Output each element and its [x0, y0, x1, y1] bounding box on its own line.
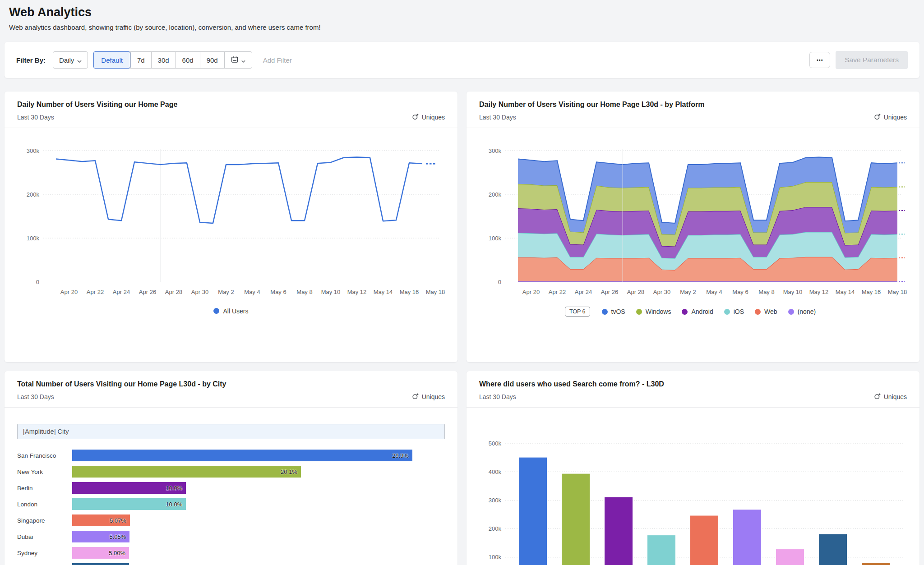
city-bar[interactable]: 10.0% [72, 498, 186, 510]
add-filter-button[interactable]: Add Filter [263, 56, 292, 64]
svg-text:May 10: May 10 [783, 289, 803, 295]
city-bar[interactable]: 10.0% [72, 482, 186, 494]
svg-text:May 14: May 14 [836, 289, 855, 295]
group-by-city-input[interactable] [17, 424, 445, 439]
filter-by-label: Filter By: [16, 56, 46, 64]
card-body: San Francisco29.9%New York20.1%Berlin10.… [5, 408, 457, 565]
svg-text:May 18: May 18 [426, 289, 445, 295]
card-body: 100k200k300k400k500k [467, 408, 919, 565]
card-title: Daily Number of Users Visiting our Home … [17, 101, 445, 109]
svg-text:May 16: May 16 [400, 289, 419, 295]
legend-label: Web [764, 308, 777, 315]
card-title: Daily Number of Users Visiting our Home … [479, 101, 907, 109]
svg-text:May 8: May 8 [758, 289, 774, 295]
legend-item[interactable]: iOS [724, 308, 744, 315]
uniques-icon [412, 113, 419, 121]
card-header: Daily Number of Users Visiting our Home … [467, 92, 919, 128]
city-value-label: 5.05% [109, 533, 129, 540]
legend-item[interactable]: Windows [636, 308, 671, 315]
range-7d-button[interactable]: 7d [130, 52, 151, 68]
city-value-label: 29.9% [392, 452, 412, 459]
bar[interactable] [819, 534, 847, 565]
svg-text:May 6: May 6 [270, 289, 286, 295]
city-bar-track: 5.00% [72, 547, 445, 559]
legend-label: iOS [734, 308, 744, 315]
uniques-badge[interactable]: Uniques [412, 113, 445, 121]
uniques-badge[interactable]: Uniques [412, 393, 445, 401]
uniques-label: Uniques [422, 114, 445, 121]
city-bar[interactable]: 5.05% [72, 531, 129, 542]
line-chart[interactable]: 0100k200k300kApr 20Apr 22Apr 24Apr 26Apr… [17, 141, 445, 299]
city-bar[interactable]: 4.99% [72, 563, 129, 565]
svg-text:300k: 300k [489, 147, 502, 154]
bar[interactable] [862, 563, 890, 565]
legend-item[interactable]: All Users [213, 308, 248, 315]
range-30d-button[interactable]: 30d [151, 52, 176, 68]
card-users-by-platform: Daily Number of Users Visiting our Home … [467, 92, 919, 362]
bar[interactable] [776, 549, 804, 565]
svg-text:200k: 200k [489, 525, 502, 532]
legend-label: Windows [646, 308, 671, 315]
city-value-label: 10.0% [166, 501, 186, 508]
svg-text:Apr 20: Apr 20 [60, 289, 78, 295]
granularity-dropdown[interactable]: Daily [53, 51, 88, 69]
card-range-label: Last 30 Days [479, 393, 516, 400]
chevron-down-icon [241, 56, 245, 64]
svg-text:Apr 26: Apr 26 [139, 289, 156, 295]
city-label: New York [17, 469, 72, 475]
legend-item[interactable]: tvOS [602, 308, 625, 315]
city-bar[interactable]: 5.00% [72, 547, 129, 559]
more-options-button[interactable]: ••• [809, 52, 830, 68]
city-label: Dubai [17, 533, 72, 540]
uniques-icon [874, 113, 881, 121]
legend-dot [755, 309, 761, 315]
svg-text:0: 0 [498, 279, 501, 285]
stacked-area-chart[interactable]: 0100k200k300kApr 20Apr 22Apr 24Apr 26Apr… [479, 141, 907, 299]
svg-text:200k: 200k [489, 191, 502, 198]
calendar-range-button[interactable] [224, 52, 252, 68]
city-row: San Francisco29.9% [17, 447, 445, 464]
city-bar[interactable]: 20.1% [72, 466, 301, 478]
chart-legend: TOP 6tvOSWindowsAndroidiOSWeb(none) [479, 307, 907, 317]
bar[interactable] [562, 474, 590, 565]
svg-text:May 14: May 14 [374, 289, 393, 295]
city-bar[interactable]: 29.9% [72, 450, 412, 461]
svg-text:100k: 100k [489, 554, 502, 560]
legend-item[interactable]: Android [682, 308, 713, 315]
legend-item[interactable]: Web [755, 308, 777, 315]
svg-text:May 18: May 18 [888, 289, 907, 295]
svg-text:300k: 300k [489, 497, 502, 504]
bar[interactable] [733, 510, 761, 565]
uniques-icon [412, 393, 419, 401]
page-header: Web Analytics Web analytics dashboard, s… [0, 0, 924, 31]
card-range-label: Last 30 Days [479, 114, 516, 121]
uniques-icon [874, 393, 881, 401]
svg-text:Apr 30: Apr 30 [653, 289, 670, 295]
range-default-button[interactable]: Default [93, 51, 130, 69]
bar[interactable] [690, 516, 718, 565]
bar[interactable] [647, 535, 675, 565]
card-range-label: Last 30 Days [17, 393, 54, 400]
svg-text:400k: 400k [489, 469, 502, 475]
city-bar-track: 10.0% [72, 498, 445, 510]
city-bar[interactable]: 5.07% [72, 514, 130, 526]
bar[interactable] [519, 458, 547, 565]
uniques-badge[interactable]: Uniques [874, 113, 907, 121]
range-90d-button[interactable]: 90d [200, 52, 224, 68]
vertical-bar-chart[interactable]: 100k200k300k400k500k [479, 420, 907, 565]
save-parameters-button[interactable]: Save Parameters [836, 51, 908, 69]
city-label: London [17, 501, 72, 508]
bar[interactable] [605, 497, 633, 565]
legend-dot [213, 308, 219, 314]
svg-text:May 10: May 10 [321, 289, 341, 295]
svg-text:May 4: May 4 [244, 289, 260, 295]
uniques-badge[interactable]: Uniques [874, 393, 907, 401]
city-value-label: 20.1% [281, 469, 301, 475]
range-60d-button[interactable]: 60d [176, 52, 200, 68]
svg-text:Apr 30: Apr 30 [191, 289, 208, 295]
city-row: Berlin10.0% [17, 480, 445, 496]
svg-text:May 12: May 12 [347, 289, 367, 295]
granularity-value: Daily [59, 56, 74, 64]
legend-label: tvOS [611, 308, 625, 315]
legend-item[interactable]: (none) [788, 308, 816, 315]
